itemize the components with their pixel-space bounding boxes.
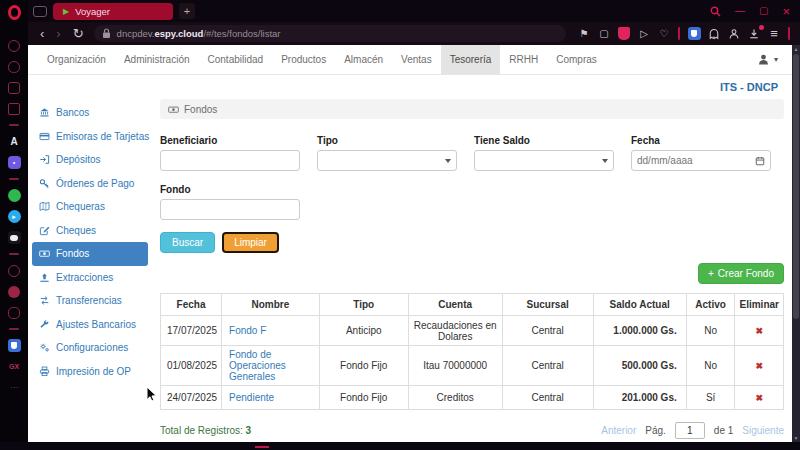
anterior-link[interactable]: Anterior xyxy=(601,425,636,436)
history-clock-icon[interactable] xyxy=(7,263,22,278)
sidebar-item-ajustes-bancarios[interactable]: Ajustes Bancarios xyxy=(28,313,148,337)
mail-icon[interactable] xyxy=(7,101,22,116)
bottom-accent xyxy=(255,446,269,449)
nav-contabilidad[interactable]: Contabilidad xyxy=(199,45,273,74)
fondo-link[interactable]: Pendiente xyxy=(229,392,274,403)
sidebar-item-depositos[interactable]: Depósitos xyxy=(28,148,148,172)
ghost-extension-icon[interactable] xyxy=(707,26,722,41)
new-tab-button[interactable]: + xyxy=(179,3,195,19)
profile-icon[interactable] xyxy=(727,26,742,41)
nav-compras[interactable]: Compras xyxy=(547,45,606,74)
toolbar-separator xyxy=(678,27,680,40)
whatsapp-icon[interactable] xyxy=(7,188,22,203)
buscar-button[interactable]: Buscar xyxy=(160,232,215,253)
col-saldo-actual: Saldo Actual xyxy=(593,294,686,316)
nav-productos[interactable]: Productos xyxy=(272,45,335,74)
aria-ai-icon[interactable]: A xyxy=(7,134,22,149)
download-icon[interactable] xyxy=(747,26,762,41)
nav-ventas[interactable]: Ventas xyxy=(392,45,441,74)
sidebar-item-configuraciones[interactable]: Configuraciones xyxy=(28,336,148,360)
back-button[interactable]: ‹ xyxy=(40,27,44,40)
mouse-cursor xyxy=(146,386,158,403)
extension-shield-icon[interactable] xyxy=(7,338,22,353)
nav-tesoreria[interactable]: Tesorería xyxy=(441,45,501,74)
page-input[interactable] xyxy=(675,422,705,439)
table-row: 24/07/2025 Pendiente Fondo Fijo Creditos… xyxy=(161,386,784,410)
web-app: Organización Administración Contabilidad… xyxy=(28,45,792,442)
table-header-row: Fecha Nombre Tipo Cuenta Sucursal Saldo … xyxy=(161,294,784,316)
close-button[interactable]: × xyxy=(782,5,790,18)
tipo-select[interactable] xyxy=(317,150,457,171)
tiene-saldo-label: Tiene Saldo xyxy=(474,135,614,146)
player-icon[interactable]: ▷ xyxy=(637,26,652,41)
beneficiario-input[interactable] xyxy=(160,150,300,171)
gx-icon[interactable]: GX xyxy=(7,359,22,374)
delete-icon[interactable]: ✖ xyxy=(755,361,763,371)
reload-button[interactable]: ↻ xyxy=(73,27,84,40)
scroll-down-icon[interactable]: ▼ xyxy=(794,434,799,442)
pin-icon[interactable]: ⚑ xyxy=(577,26,592,41)
fecha-label: Fecha xyxy=(631,135,771,146)
forward-button[interactable]: › xyxy=(56,27,60,40)
fecha-input[interactable]: dd/mm/aaaa xyxy=(631,150,771,171)
gx-corner-icon[interactable]: ⬩ xyxy=(7,155,22,170)
opera-logo-icon[interactable] xyxy=(8,5,21,20)
telegram-icon[interactable]: ▸ xyxy=(7,209,22,224)
sidebar-item-extracciones[interactable]: Extracciones xyxy=(28,266,148,290)
app-subheader: ITS - DNCP xyxy=(28,75,792,99)
siguiente-link[interactable]: Siguiente xyxy=(742,425,784,436)
tab-strip: ▶ Voyager + — ▢ × xyxy=(28,0,800,22)
browser-tab-voyager[interactable]: ▶ Voyager xyxy=(53,3,173,20)
tab-title: Voyager xyxy=(75,6,110,17)
nav-almacen[interactable]: Almacén xyxy=(335,45,392,74)
nav-organizacion[interactable]: Organización xyxy=(38,45,115,74)
sidebar-item-impresion-de-op[interactable]: Impresión de OP xyxy=(28,360,148,384)
sidebar-item-ordenes-de-pago[interactable]: Órdenes de Pago xyxy=(28,172,148,196)
fondo-input[interactable] xyxy=(160,199,300,220)
snapshot-icon[interactable]: ▢ xyxy=(597,26,612,41)
window-search-icon[interactable] xyxy=(710,6,721,17)
maximize-button[interactable]: ▢ xyxy=(759,6,768,16)
settings-gear-icon[interactable] xyxy=(7,305,22,320)
url-field[interactable]: dncpdev.espy.cloud/#/tes/fondos/listar xyxy=(94,25,566,42)
wrench-icon xyxy=(39,319,50,330)
scrollbar-thumb[interactable] xyxy=(793,54,799,319)
bookmark-heart-icon[interactable]: ♡ xyxy=(657,26,672,41)
sidebar-item-transferencias[interactable]: Transferencias xyxy=(28,289,148,313)
limpiar-button[interactable]: Limpiar xyxy=(222,232,279,253)
page-scrollbar[interactable]: ▲ ▼ xyxy=(792,45,800,442)
browser-menu-icon[interactable]: ≡ xyxy=(767,26,782,41)
chevron-down-icon xyxy=(602,159,608,163)
col-tipo: Tipo xyxy=(319,294,408,316)
fondo-link[interactable]: Fondo de Operaciones Generales xyxy=(229,349,286,382)
bottom-bar xyxy=(0,442,800,450)
discord-icon[interactable] xyxy=(7,230,22,245)
fondo-link[interactable]: Fondo F xyxy=(229,325,266,336)
nav-rrhh[interactable]: RRHH xyxy=(500,45,547,74)
extension-blue-icon[interactable] xyxy=(687,26,702,41)
sidebar-item-fondos[interactable]: Fondos xyxy=(32,242,148,266)
delete-icon[interactable]: ✖ xyxy=(755,326,763,336)
sidebar-item-bancos[interactable]: Bancos xyxy=(28,101,148,125)
messenger-icon[interactable] xyxy=(7,59,22,74)
nav-administracion[interactable]: Administración xyxy=(115,45,199,74)
sidebar-item-cheques[interactable]: Cheques xyxy=(28,219,148,243)
money-icon xyxy=(39,248,50,259)
crear-fondo-button[interactable]: + Crear Fondo xyxy=(698,263,784,284)
delete-icon[interactable]: ✖ xyxy=(755,393,763,403)
sidebar-item-chequeras[interactable]: Chequeras xyxy=(28,195,148,219)
lock-icon xyxy=(102,28,111,39)
speed-dial-icon[interactable] xyxy=(7,38,22,53)
workspaces-icon[interactable] xyxy=(7,80,22,95)
of-label: de 1 xyxy=(714,425,733,436)
tab-preview-icon[interactable] xyxy=(33,6,47,17)
easy-setup-icon[interactable] xyxy=(7,284,22,299)
tiene-saldo-select[interactable] xyxy=(474,150,614,171)
fondo-label: Fondo xyxy=(160,184,300,195)
vpn-shield-icon[interactable] xyxy=(617,26,632,41)
scroll-up-icon[interactable]: ▲ xyxy=(794,45,799,53)
sidebar-item-emisoras-de-tarjetas[interactable]: Emisoras de Tarjetas xyxy=(28,125,148,149)
sidebar-more-icon[interactable]: ⋯ xyxy=(7,380,22,395)
user-menu[interactable]: ▾ xyxy=(757,45,792,74)
minimize-button[interactable]: — xyxy=(735,6,745,16)
